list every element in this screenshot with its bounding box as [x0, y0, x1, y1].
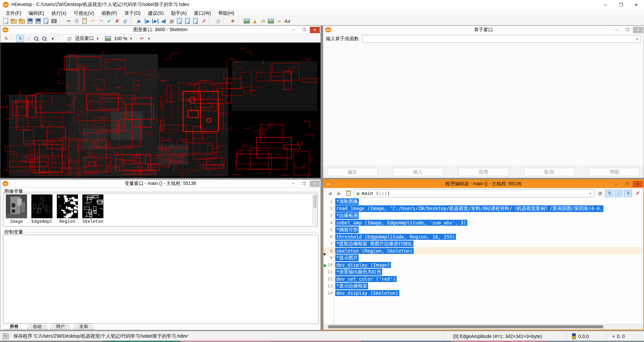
- edit-procedure-icon[interactable]: ✎: [605, 190, 613, 197]
- magnify-tool-icon[interactable]: [32, 35, 40, 42]
- step-out-icon[interactable]: [175, 17, 183, 25]
- image-variables-scrollbar[interactable]: [312, 194, 317, 225]
- ocr-font-icon[interactable]: Aa: [283, 17, 291, 25]
- apply-button[interactable]: 应用: [458, 168, 509, 176]
- menu-edit[interactable]: 编辑(E): [25, 10, 48, 17]
- graphics-maximize-button[interactable]: ❐: [299, 27, 309, 33]
- profiler-icon[interactable]: ◷: [214, 17, 222, 25]
- image-matrix-icon[interactable]: [267, 17, 275, 25]
- operator-close-button[interactable]: ✕: [633, 27, 643, 33]
- code-line[interactable]: 4 sobel_amp (Image, EdgeAmplitude, 'sum_…: [324, 219, 643, 226]
- feature-plot-icon[interactable]: ≈: [275, 17, 283, 25]
- cut-icon[interactable]: ✂: [64, 17, 72, 25]
- stop-icon[interactable]: ■: [167, 17, 175, 25]
- menu-file[interactable]: 文件(F): [2, 10, 25, 17]
- app-maximize-button[interactable]: ❐: [613, 0, 629, 9]
- tab-global[interactable]: 全局: [72, 323, 95, 330]
- step-over-icon[interactable]: ▶: [151, 17, 159, 25]
- create-procedure-icon[interactable]: [344, 190, 352, 197]
- menu-execute[interactable]: 执行(x): [48, 10, 70, 17]
- code-line[interactable]: 9 *显示图片: [324, 254, 643, 261]
- editor-close-button[interactable]: ✕: [633, 181, 643, 187]
- graphics-minimize-button[interactable]: ─: [288, 27, 298, 33]
- tool-dropdown-caret[interactable]: ▾: [48, 35, 56, 42]
- variable-region[interactable]: Region: [56, 194, 78, 224]
- pan-tool-icon[interactable]: ☝: [24, 35, 32, 42]
- editor-hscrollbar[interactable]: [324, 324, 643, 330]
- run-stepwise-icon[interactable]: ▶: [143, 17, 151, 25]
- navigate-forward-icon[interactable]: ▶: [335, 190, 343, 197]
- code-line[interactable]: 5 *阈值分割: [324, 226, 643, 233]
- operator-window-titlebar[interactable]: HA 算子窗口 ─ ❐ ✕: [323, 26, 644, 34]
- goto-program-counter-icon[interactable]: [183, 17, 191, 25]
- ok-button[interactable]: 确定: [327, 168, 377, 176]
- editor-hscrollbar-thumb[interactable]: [328, 325, 603, 328]
- reset-execution-icon[interactable]: ✗: [199, 17, 208, 25]
- operator-maximize-button[interactable]: ❐: [622, 27, 632, 33]
- zoom-level-dropdown[interactable]: 100 %▼: [102, 35, 135, 42]
- activate-lines-icon[interactable]: ✔: [105, 17, 113, 25]
- menu-operators[interactable]: 算子(O): [121, 10, 144, 17]
- control-variables-box[interactable]: [3, 235, 318, 324]
- operator-minimize-button[interactable]: ─: [611, 27, 622, 33]
- editor-maximize-button[interactable]: ❐: [622, 181, 632, 187]
- app-titlebar[interactable]: HA HDevelop - C:/Users/ZW/Desktop/机器视觉/个…: [0, 0, 644, 10]
- gray-histogram-icon[interactable]: ▲: [251, 17, 259, 25]
- navigate-back-icon[interactable]: ◀: [326, 190, 334, 197]
- variable-edgeampl[interactable]: EdgeAmpl: [31, 194, 53, 224]
- graphics-close-button[interactable]: ✕: [310, 27, 320, 33]
- code-line[interactable]: 11 *设置输出颜色为红色: [324, 268, 643, 275]
- export-program-icon[interactable]: [42, 17, 50, 25]
- editor-titlebar[interactable]: HA 程序编辑器 - main () - 主线程: 55136 ─ ❐ ✕: [324, 180, 643, 188]
- code-line[interactable]: 14 dev_display (Skeleton): [324, 289, 643, 296]
- code-line[interactable]: 10 dev_display (Image): [324, 261, 643, 268]
- menu-window[interactable]: 窗口(W): [190, 10, 215, 17]
- run-icon[interactable]: ▶: [135, 17, 143, 25]
- procedure-overview-icon[interactable]: ⊞: [596, 190, 604, 197]
- zoom-in-tool-icon[interactable]: [40, 35, 48, 42]
- new-program-icon[interactable]: [2, 17, 10, 25]
- app-minimize-button[interactable]: ─: [598, 0, 613, 9]
- insert-mode-icon[interactable]: ↓: [614, 190, 623, 197]
- variable-maximize-button[interactable]: ❐: [299, 181, 309, 187]
- menu-procedures[interactable]: 函数(P): [98, 10, 121, 17]
- menu-suggestions[interactable]: 建议(S): [144, 10, 167, 17]
- code-line[interactable]: 12 dev_set_color ('red'): [324, 275, 643, 282]
- menu-help[interactable]: 帮助(H): [215, 10, 238, 17]
- code-line[interactable]: 3 *边缘检测: [324, 212, 643, 219]
- app-close-button[interactable]: ✕: [629, 0, 644, 9]
- variable-minimize-button[interactable]: ─: [288, 181, 298, 187]
- graphics-window-icon[interactable]: [243, 17, 251, 25]
- set-program-counter-icon[interactable]: [191, 17, 199, 25]
- cancel-button[interactable]: 取消: [524, 168, 574, 176]
- deactivate-lines-icon[interactable]: ✘: [113, 17, 121, 25]
- image-acquisition-icon[interactable]: [50, 17, 58, 25]
- open-program-icon[interactable]: [10, 17, 18, 25]
- delete-procedure-icon[interactable]: ✗: [633, 190, 641, 197]
- code-area[interactable]: 1 *读取图像 2 read_image (Image, 'C:/Users/Z…: [324, 198, 643, 324]
- display-settings-icon[interactable]: ✎: [2, 35, 10, 42]
- graphics-window-titlebar[interactable]: HA 图形窗口: 3600 - Skeleton ─ ❐ ✕: [0, 26, 320, 34]
- paste-icon[interactable]: [80, 17, 89, 25]
- help-button[interactable]: 帮助: [589, 168, 640, 176]
- undo-icon[interactable]: ↶: [89, 17, 97, 25]
- tab-auto[interactable]: 自动: [26, 323, 48, 330]
- editor-minimize-button[interactable]: ─: [611, 181, 621, 187]
- variable-window-titlebar[interactable]: HA 变量窗口 - main () - 主线程: 55136 ─ ❐ ✕: [0, 180, 320, 188]
- fit-window-dropdown[interactable]: ⊡ 适应窗口▼: [63, 35, 102, 42]
- code-line[interactable]: 1 *读取图像: [324, 198, 643, 205]
- menu-visualization[interactable]: 可视化(V): [70, 10, 98, 17]
- pointer-tool-icon[interactable]: ↖: [16, 35, 24, 42]
- tab-all[interactable]: 所有: [3, 323, 25, 330]
- save-all-icon[interactable]: [34, 17, 42, 25]
- code-line[interactable]: 6 threshold (EdgeAmplitude, Region, 10, …: [324, 233, 643, 240]
- interface-edit-icon[interactable]: ✎: [624, 190, 632, 197]
- menu-assistants[interactable]: 助手(A): [167, 10, 190, 17]
- tab-user[interactable]: 用户: [49, 323, 71, 330]
- find-icon[interactable]: ◎: [121, 17, 129, 25]
- variable-image[interactable]: Image: [5, 194, 27, 224]
- step-into-icon[interactable]: ◀: [159, 17, 167, 25]
- add-program-icon[interactable]: [18, 17, 26, 25]
- save-program-icon[interactable]: [26, 17, 34, 25]
- graphics-image[interactable]: [0, 43, 320, 178]
